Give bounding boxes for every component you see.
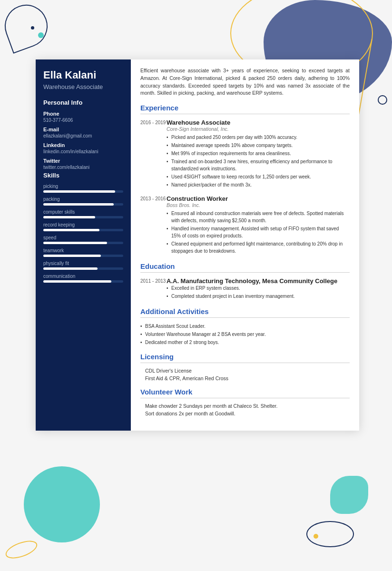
twitter-value: twitter.com/ellazkalani xyxy=(43,165,123,170)
candidate-name: Ella Kalani xyxy=(43,69,123,81)
skill-bar-bg xyxy=(43,242,123,244)
job-title-text: Construction Worker xyxy=(167,195,350,202)
skill-bar-bg xyxy=(43,190,123,193)
skill-name: record keeping xyxy=(43,222,123,227)
skill-bar-fill xyxy=(43,229,99,231)
bullet-item: Named picker/packer of the month 3x. xyxy=(167,181,350,188)
deco-top-left-arc xyxy=(0,0,54,54)
job-company: Core-Sign International, Inc. xyxy=(167,126,350,132)
email-label: E-mail xyxy=(43,127,123,132)
skill-name: communication xyxy=(43,274,123,279)
skill-item: teamwork xyxy=(43,248,123,257)
additional-header: Additional Activities xyxy=(140,307,350,318)
deco-bottom-left-circle xyxy=(24,466,100,542)
skill-item: packing xyxy=(43,197,123,206)
edu-bullets: Excelled in ERP system classes.Completed… xyxy=(167,285,350,300)
linkedin-label: Linkedin xyxy=(43,142,123,148)
job-company: Boss Bros. Inc. xyxy=(167,202,350,208)
job-title-text: Warehouse Associate xyxy=(167,119,350,126)
bullet-item: Cleaned equipment and performed light ma… xyxy=(167,240,350,255)
additional-list: BSA Assistant Scout Leader.Volunteer War… xyxy=(140,323,350,346)
bullet-item: Met 99% of inspection requirements for a… xyxy=(167,150,350,157)
deco-dot-navy xyxy=(31,26,34,30)
jobs-list: 2016 - 2019Warehouse AssociateCore-Sign … xyxy=(140,119,350,256)
volunteer-section: Volunteer Work Make chowder 2 Sundays pe… xyxy=(140,388,350,416)
skill-bar-fill xyxy=(43,216,95,218)
bullet-item: Trained and on-boarded 3 new hires, ensu… xyxy=(167,158,350,172)
volunteer-item: Sort donations 2x per month at Goodwill. xyxy=(140,411,350,416)
licensing-header: Licensing xyxy=(140,353,350,363)
licensing-list: CDL Driver's LicenseFirst Aid & CPR, Ame… xyxy=(140,368,350,381)
education-header: Education xyxy=(140,262,350,273)
edu-title-text: A.A. Manufacturing Technology, Mesa Comm… xyxy=(167,277,350,285)
deco-bottom-right-blob xyxy=(330,476,368,514)
skill-item: speed xyxy=(43,235,123,244)
skill-bar-bg xyxy=(43,203,123,206)
twitter-label: Twitter xyxy=(43,158,123,164)
resume-container: Ella Kalani Warehouse Associate Personal… xyxy=(36,59,359,431)
skills-title: Skills xyxy=(43,172,123,179)
personal-info-title: Personal Info xyxy=(43,99,123,106)
bullet-item: Maintained average speeds 10% above comp… xyxy=(167,142,350,149)
skill-name: physically fit xyxy=(43,261,123,266)
bullet-item: Handled inventory management. Assisted w… xyxy=(167,225,350,239)
deco-dot-teal xyxy=(38,32,44,38)
additional-section: Additional Activities BSA Assistant Scou… xyxy=(140,307,350,346)
job-details: Construction WorkerBoss Bros. Inc.Ensure… xyxy=(167,195,350,256)
skill-bar-fill xyxy=(43,190,115,193)
licensing-section: Licensing CDL Driver's LicenseFirst Aid … xyxy=(140,353,350,381)
email-value: ellazkalani@gmail.com xyxy=(43,133,123,138)
skill-bar-bg xyxy=(43,255,123,257)
skill-name: packing xyxy=(43,197,123,202)
bullet-item: Completed student project in Lean invent… xyxy=(167,293,350,300)
experience-header: Experience xyxy=(140,104,350,114)
skill-name: picking xyxy=(43,184,123,189)
skill-item: physically fit xyxy=(43,261,123,270)
main-content: Efficient warehouse associate with 3+ ye… xyxy=(131,59,359,431)
volunteer-header: Volunteer Work xyxy=(140,388,350,398)
list-item: Dedicated mother of 2 strong boys. xyxy=(140,339,350,346)
experience-section: Experience 2016 - 2019Warehouse Associat… xyxy=(140,104,350,256)
skill-bar-bg xyxy=(43,229,123,231)
linkedin-value: linkedin.com/in/ellazkalani xyxy=(43,149,123,154)
edu-details: A.A. Manufacturing Technology, Mesa Comm… xyxy=(167,277,350,301)
deco-bottom-right-shape xyxy=(306,521,354,547)
bullet-item: Picked and packed 250 orders per day wit… xyxy=(167,134,350,141)
job-block: 2013 - 2016Construction WorkerBoss Bros.… xyxy=(140,195,350,256)
skills-list: pickingpackingcomputer skillsrecord keep… xyxy=(43,184,123,283)
bullet-item: Ensured all inbound construction materia… xyxy=(167,210,350,224)
volunteer-item: Make chowder 2 Sundays per month at Chal… xyxy=(140,403,350,409)
skill-item: picking xyxy=(43,184,123,193)
skill-bar-fill xyxy=(43,242,107,244)
job-bullets: Ensured all inbound construction materia… xyxy=(167,210,350,255)
job-details: Warehouse AssociateCore-Sign Internation… xyxy=(167,119,350,189)
list-item: Volunteer Warehouse Manager at 2 BSA eve… xyxy=(140,331,350,338)
skill-name: speed xyxy=(43,235,123,240)
list-item: BSA Assistant Scout Leader. xyxy=(140,323,350,330)
skill-bar-bg xyxy=(43,280,123,283)
bullet-item: Used 4SIGHT software to keep records for… xyxy=(167,173,350,180)
phone-value: 510-377-6606 xyxy=(43,118,123,123)
sidebar: Ella Kalani Warehouse Associate Personal… xyxy=(36,59,131,431)
skill-bar-fill xyxy=(43,267,98,270)
deco-bottom-left-oval xyxy=(3,537,39,562)
candidate-title: Warehouse Associate xyxy=(43,83,123,90)
volunteer-list: Make chowder 2 Sundays per month at Chal… xyxy=(140,403,350,416)
licensing-item: CDL Driver's License xyxy=(140,368,350,374)
skill-name: computer skills xyxy=(43,209,123,215)
skill-bar-fill xyxy=(43,255,101,257)
edu-block: 2011 - 2013A.A. Manufacturing Technology… xyxy=(140,277,350,301)
skill-item: record keeping xyxy=(43,222,123,231)
skill-bar-bg xyxy=(43,216,123,218)
edu-dates: 2011 - 2013 xyxy=(140,277,167,301)
deco-bottom-right-dot xyxy=(314,534,318,539)
job-block: 2016 - 2019Warehouse AssociateCore-Sign … xyxy=(140,119,350,189)
licensing-item: First Aid & CPR, American Red Cross xyxy=(140,375,350,381)
skill-name: teamwork xyxy=(43,248,123,253)
job-dates: 2013 - 2016 xyxy=(140,195,167,256)
deco-right-circle xyxy=(378,95,387,105)
job-bullets: Picked and packed 250 orders per day wit… xyxy=(167,134,350,188)
skill-bar-bg xyxy=(43,267,123,270)
phone-label: Phone xyxy=(43,111,123,117)
education-section: Education 2011 - 2013A.A. Manufacturing … xyxy=(140,262,350,301)
